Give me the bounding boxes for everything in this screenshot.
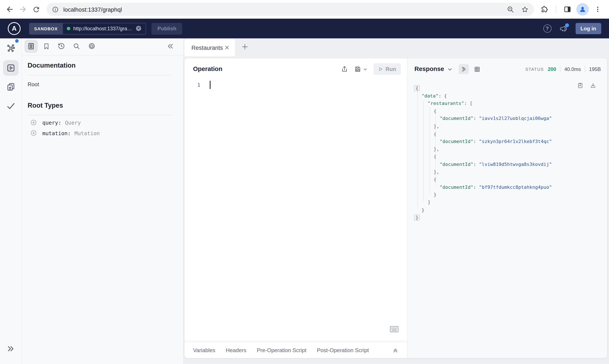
field-name[interactable]: query:: [42, 120, 61, 126]
puzzle-icon: [541, 5, 548, 13]
plus-circle-icon[interactable]: [30, 119, 37, 126]
endpoint-url-text[interactable]: http://localhost:1337/gra…: [73, 26, 132, 31]
response-dropdown-chevron-icon[interactable]: [448, 66, 453, 72]
announcements-button[interactable]: [559, 24, 568, 33]
indent-guide: [429, 107, 430, 194]
indent-guide: [435, 115, 436, 187]
connection-settings-gear-icon[interactable]: [135, 25, 142, 32]
json-line: "documentId": "bf97tfdumkcc8ptahkng4puo": [415, 183, 607, 191]
divider: [27, 115, 172, 116]
editor-line-number: 1: [197, 82, 200, 88]
rail-expand-button[interactable]: [6, 345, 15, 353]
docs-history-tab[interactable]: [55, 40, 68, 53]
zoom-out-icon[interactable]: [507, 6, 514, 13]
workspace: Documentation Root Root Types query: Que…: [0, 38, 609, 364]
browser-reload-button[interactable]: [29, 3, 43, 16]
response-json[interactable]: {"data": {"restaurants": [{"documentId":…: [415, 82, 607, 358]
save-button[interactable]: [354, 66, 367, 73]
three-dots-icon: [594, 6, 601, 13]
editor-card: Operation Run: [185, 58, 607, 358]
new-tab-button[interactable]: [241, 43, 248, 51]
rail-changelog-button[interactable]: [6, 82, 15, 92]
site-info-icon[interactable]: [52, 6, 59, 13]
docs-settings-tab[interactable]: [85, 40, 98, 53]
json-line: "data": {: [415, 92, 607, 100]
docs-saved-tab[interactable]: [40, 40, 53, 53]
operation-editor[interactable]: [206, 80, 407, 342]
browser-menu-button[interactable]: [591, 3, 604, 16]
back-arrow-icon: [5, 5, 14, 13]
sandbox-badge: SANDBOX: [29, 23, 63, 34]
json-line: "documentId": "lviw819d5htwvga8s3kovdij": [415, 161, 607, 169]
json-line: }: [415, 206, 607, 214]
keyboard-shortcuts-button[interactable]: [390, 326, 398, 332]
drawer-tab[interactable]: Variables: [193, 347, 215, 353]
response-pane: Response STATUS 200 40.0ms: [407, 58, 607, 358]
run-button[interactable]: Run: [374, 63, 401, 75]
rail-explorer-button[interactable]: [3, 60, 18, 76]
plus-circle-icon[interactable]: [30, 130, 37, 136]
close-tab-icon[interactable]: [224, 45, 230, 50]
endpoint-input[interactable]: http://localhost:1337/gra…: [63, 23, 146, 34]
documentation-panel: Documentation Root Root Types query: Que…: [22, 38, 184, 364]
divider: [27, 75, 172, 76]
field-name[interactable]: mutation:: [42, 130, 71, 136]
browser-back-button[interactable]: [3, 3, 16, 16]
bookmark-star-icon[interactable]: [521, 6, 529, 13]
json-line: "documentId": "szkyn3pr64r1v2lkebf3t4qc": [415, 138, 607, 145]
drawer-tab[interactable]: Pre-Operation Script: [257, 347, 306, 353]
tree-view-button[interactable]: [459, 64, 469, 74]
root-types-title: Root Types: [27, 102, 63, 110]
play-icon: [378, 67, 383, 71]
response-size: 195B: [589, 66, 601, 72]
address-bar[interactable]: localhost:1337/graphql: [47, 3, 534, 16]
json-line: {: [415, 130, 607, 138]
query-field-row[interactable]: query: Query: [30, 119, 81, 126]
toolbar-divider: [556, 5, 556, 13]
json-line: ]: [415, 199, 607, 206]
rail-checks-button[interactable]: [6, 101, 16, 111]
side-panel-button[interactable]: [561, 3, 574, 16]
gear-icon: [88, 42, 96, 50]
login-button[interactable]: Log in: [575, 23, 601, 34]
extensions-button[interactable]: [538, 3, 551, 16]
save-floppy-icon: [354, 66, 361, 73]
mutation-field-row[interactable]: mutation: Mutation: [30, 129, 100, 137]
docs-search-tab[interactable]: [70, 40, 83, 53]
docs-collapse-button[interactable]: [164, 40, 177, 53]
help-button[interactable]: ?: [543, 24, 551, 32]
browser-forward-button[interactable]: [16, 3, 29, 16]
apollo-logo[interactable]: A: [8, 22, 21, 35]
drawer-expand-button[interactable]: [392, 347, 398, 353]
table-view-icon: [474, 66, 480, 72]
drawer-tab[interactable]: Post-Operation Script: [317, 347, 369, 353]
share-icon[interactable]: [341, 66, 348, 73]
schema-graph-icon: [6, 43, 16, 54]
notification-dot: [565, 23, 569, 27]
side-panel-icon: [564, 5, 571, 13]
keyboard-icon: [390, 326, 398, 332]
json-line: "documentId": "iavv1s2l27uoblqcjai06wga": [415, 115, 607, 123]
bookmark-icon: [43, 43, 50, 50]
json-line: },: [415, 123, 607, 130]
docs-toolbar: [22, 38, 183, 55]
tree-view-icon: [461, 66, 467, 72]
operation-title: Operation: [193, 66, 222, 73]
json-line: }: [415, 191, 607, 199]
url-text[interactable]: localhost:1337/graphql: [63, 6, 507, 13]
tab-restaurants[interactable]: Restaurants: [185, 39, 235, 56]
drawer-tab[interactable]: Headers: [226, 347, 246, 353]
root-link[interactable]: Root: [27, 81, 39, 87]
rail-schema-button[interactable]: [6, 43, 16, 54]
response-header: Response STATUS 200 40.0ms: [407, 58, 607, 80]
publish-button[interactable]: Publish: [152, 23, 182, 34]
status-label: STATUS: [525, 67, 544, 71]
browser-actions: [538, 3, 606, 16]
json-line: "restaurants": [: [415, 100, 607, 107]
table-view-button[interactable]: [472, 64, 482, 74]
field-type[interactable]: Mutation: [75, 130, 100, 136]
profile-avatar[interactable]: [576, 3, 589, 16]
docs-documentation-tab[interactable]: [24, 40, 38, 53]
fold-gutter-line: [417, 92, 418, 209]
field-type[interactable]: Query: [65, 120, 81, 126]
